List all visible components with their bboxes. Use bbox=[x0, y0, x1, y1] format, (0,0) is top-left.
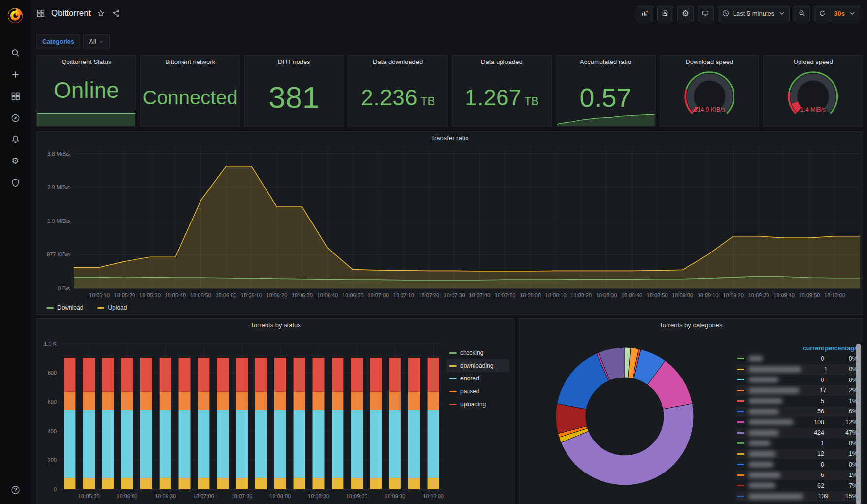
stat-title[interactable]: Data uploaded bbox=[452, 56, 551, 68]
legend-label: checking bbox=[460, 349, 483, 356]
legend-item-upload[interactable]: Upload bbox=[95, 304, 129, 312]
panel-title[interactable]: Transfer ratio bbox=[37, 132, 863, 145]
legend-label: uploading bbox=[460, 401, 486, 408]
time-range-picker[interactable]: Last 5 minutes bbox=[718, 6, 790, 21]
svg-text:18:06:20: 18:06:20 bbox=[266, 292, 287, 298]
blurred-category-label bbox=[748, 451, 776, 457]
table-row[interactable]: 00% bbox=[736, 375, 860, 385]
bar-segment-uploading bbox=[294, 358, 305, 392]
transfer-chart[interactable]: 0 B/s977 KiB/s1.9 MiB/s2.9 MiB/s3.8 MiB/… bbox=[37, 145, 862, 302]
search-icon[interactable] bbox=[10, 47, 21, 58]
chevron-down-icon bbox=[99, 39, 104, 44]
legend-item-paused[interactable]: paused bbox=[446, 385, 509, 398]
table-scrollbar[interactable] bbox=[856, 344, 861, 504]
bar-segment-paused bbox=[236, 392, 248, 410]
bar-segment-downloading bbox=[294, 478, 305, 489]
table-row[interactable]: 00% bbox=[736, 459, 860, 470]
status-bar-chart[interactable]: 02004006008001.0 K18:05:3018:06:0018:06:… bbox=[37, 332, 446, 504]
legend-item-uploading[interactable]: uploading bbox=[446, 398, 509, 410]
current-value: 0 bbox=[796, 377, 824, 383]
table-row[interactable]: 627% bbox=[736, 480, 860, 491]
bar-segment-paused bbox=[294, 392, 305, 410]
legend-item-download[interactable]: Download bbox=[44, 304, 86, 312]
alerting-bell-icon[interactable] bbox=[10, 134, 21, 145]
current-value: 12 bbox=[796, 450, 824, 457]
table-row[interactable]: 51% bbox=[736, 396, 860, 407]
column-header-percentage[interactable]: percentage bbox=[824, 345, 860, 352]
percentage-value: 0% bbox=[824, 440, 860, 447]
zoom-out-button[interactable] bbox=[794, 6, 810, 21]
configuration-gear-icon[interactable]: ⚙ bbox=[10, 156, 21, 166]
series-color-marker bbox=[737, 464, 744, 465]
table-row[interactable]: 10% bbox=[736, 364, 860, 375]
tv-mode-button[interactable] bbox=[698, 6, 714, 21]
share-icon[interactable] bbox=[111, 9, 120, 18]
bar-segment-uploading bbox=[121, 358, 133, 392]
create-plus-icon[interactable] bbox=[10, 69, 21, 80]
current-value: 0 bbox=[796, 355, 824, 362]
table-row[interactable]: 61% bbox=[736, 470, 860, 481]
table-row[interactable]: 121% bbox=[736, 449, 860, 460]
table-row[interactable]: 172% bbox=[736, 385, 860, 396]
table-row[interactable]: 13915% bbox=[736, 491, 860, 502]
svg-text:18:06:30: 18:06:30 bbox=[155, 493, 176, 499]
bar-segment-uploading bbox=[389, 358, 401, 392]
stat-title[interactable]: Qbittorrent Status bbox=[37, 56, 136, 68]
panel-title[interactable]: Torrents by categories bbox=[519, 319, 863, 332]
legend-item-downloading[interactable]: downloading bbox=[446, 359, 509, 372]
legend-item-checking[interactable]: checking bbox=[446, 346, 509, 359]
bar-segment-paused bbox=[428, 392, 439, 410]
stat-title[interactable]: Data downloaded bbox=[348, 56, 447, 68]
series-color-marker bbox=[737, 432, 744, 434]
categories-filter-chip[interactable]: Categories bbox=[36, 34, 80, 49]
stat-panel-qbittorrent-status: Qbittorrent StatusOnline bbox=[36, 55, 136, 127]
dashboard-grid-icon[interactable] bbox=[36, 9, 45, 18]
dashboards-icon[interactable] bbox=[10, 91, 21, 101]
stat-title[interactable]: Accumulated ratio bbox=[556, 56, 655, 68]
bar-segment-errored bbox=[255, 410, 267, 478]
gauge-value: 1.4 MiB/s bbox=[800, 106, 826, 113]
svg-text:800: 800 bbox=[48, 370, 57, 376]
explore-compass-icon[interactable] bbox=[10, 112, 21, 123]
table-row[interactable]: 10% bbox=[736, 438, 860, 449]
table-row[interactable]: 42447% bbox=[736, 428, 860, 439]
star-icon[interactable] bbox=[97, 9, 105, 18]
panel-title[interactable]: Torrents by status bbox=[37, 319, 514, 332]
svg-text:18:06:10: 18:06:10 bbox=[241, 292, 262, 298]
bar-segment-downloading bbox=[332, 478, 343, 489]
table-row[interactable]: 566% bbox=[736, 407, 860, 417]
svg-text:18:08:20: 18:08:20 bbox=[570, 292, 592, 298]
scrollbar-thumb[interactable] bbox=[856, 344, 861, 504]
help-icon[interactable] bbox=[10, 484, 21, 495]
categories-filter-value[interactable]: All bbox=[83, 34, 110, 49]
stat-title[interactable]: DHT nodes bbox=[245, 56, 344, 68]
legend-label: downloading bbox=[460, 362, 493, 369]
column-header-current[interactable]: current bbox=[796, 345, 824, 352]
zoom-out-icon bbox=[798, 9, 806, 17]
add-panel-button[interactable] bbox=[637, 6, 653, 21]
stat-sparkline bbox=[557, 103, 655, 126]
series-color-marker bbox=[737, 369, 744, 370]
stat-title[interactable]: Download speed bbox=[660, 56, 759, 68]
speed-gauge: 1.4 MiB/s bbox=[764, 68, 863, 125]
stat-title[interactable]: Bittorrent network bbox=[141, 56, 240, 68]
stat-title[interactable]: Upload speed bbox=[764, 56, 863, 68]
bar-segment-paused bbox=[64, 392, 75, 410]
grafana-logo[interactable] bbox=[0, 0, 31, 31]
dashboard-settings-button[interactable]: ⚙ bbox=[677, 6, 694, 21]
bar-segment-paused bbox=[274, 392, 286, 410]
save-dashboard-button[interactable] bbox=[657, 6, 673, 21]
refresh-interval-dropdown[interactable]: 30s bbox=[830, 6, 860, 21]
table-row[interactable]: 00% bbox=[736, 353, 860, 364]
percentage-value: 47% bbox=[824, 429, 860, 436]
server-admin-shield-icon[interactable] bbox=[10, 177, 21, 188]
table-row[interactable]: 10812% bbox=[736, 417, 860, 428]
bar-segment-paused bbox=[408, 392, 420, 410]
bar-segment-downloading bbox=[236, 478, 248, 489]
categories-donut-chart[interactable] bbox=[520, 332, 729, 504]
legend-item-errored[interactable]: errored bbox=[446, 372, 509, 385]
legend-color-swatch bbox=[449, 391, 457, 392]
series-color-marker bbox=[737, 442, 744, 444]
svg-text:200: 200 bbox=[48, 457, 57, 463]
refresh-button[interactable] bbox=[814, 6, 830, 21]
